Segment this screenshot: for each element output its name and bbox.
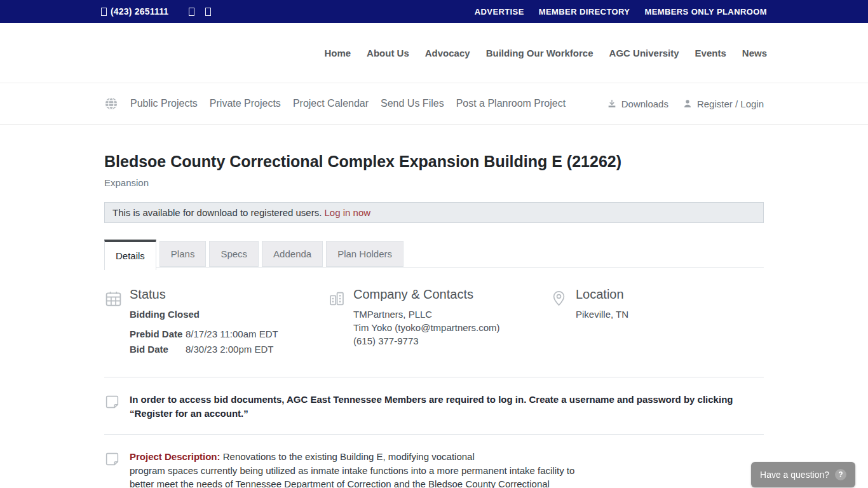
planroom-nav-post-a-planroom-project[interactable]: Post a Planroom Project — [456, 98, 566, 109]
person-icon — [682, 98, 693, 109]
map-pin-icon — [550, 288, 576, 358]
nav-events[interactable]: Events — [695, 48, 726, 58]
project-description-label: Project Description: — [130, 451, 220, 462]
project-description-row: Project Description: Renovations to the … — [104, 435, 764, 488]
nav-news[interactable]: News — [742, 48, 767, 58]
access-note-text: In order to access bid documents, AGC Ea… — [130, 393, 736, 420]
project-description-text: Project Description: Renovations to the … — [130, 450, 574, 488]
bid-date-row: Bid Date 8/30/23 2:00pm EDT — [130, 342, 278, 356]
planroom-nav-public-projects[interactable]: Public Projects — [130, 98, 198, 109]
nav-about-us[interactable]: About Us — [367, 48, 409, 58]
planroom-nav: Public Projects Private Projects Project… — [0, 83, 868, 125]
bid-date-label: Bid Date — [130, 342, 186, 356]
contact-name-email: Tim Yoko (tyoko@tmpartners.com) — [353, 321, 500, 334]
location-section: Location Pikeville, TN — [550, 288, 764, 358]
buildings-icon — [328, 288, 353, 358]
chat-widget[interactable]: Have a question? ? — [751, 462, 855, 487]
nav-building-our-workforce[interactable]: Building Our Workforce — [486, 48, 593, 58]
status-badge: Bidding Closed — [130, 308, 278, 321]
planroom-nav-private-projects[interactable]: Private Projects — [210, 98, 281, 109]
company-heading: Company & Contacts — [353, 288, 500, 301]
tab-plans[interactable]: Plans — [159, 241, 207, 267]
location-heading: Location — [576, 288, 628, 301]
tab-plan-holders[interactable]: Plan Holders — [326, 241, 403, 267]
bid-date-value: 8/30/23 2:00pm EDT — [186, 342, 273, 356]
description-line-1-text: Renovations to the existing Building E, … — [223, 451, 475, 462]
top-bar: (423) 2651111 ADVERTISE MEMBER DIRECTORY… — [0, 0, 868, 23]
downloads-label: Downloads — [621, 98, 668, 109]
calendar-icon — [104, 288, 130, 358]
phone-number-text: (423) 2651111 — [111, 6, 168, 17]
project-tabs: Details Plans Specs Addenda Plan Holders — [104, 240, 764, 268]
description-line-2: program spaces currently being utilized … — [130, 464, 574, 478]
question-mark-icon: ? — [835, 469, 846, 480]
phone-number[interactable]: (423) 2651111 — [101, 6, 168, 17]
nav-home[interactable]: Home — [324, 48, 351, 58]
tab-details[interactable]: Details — [104, 240, 156, 270]
contact-phone: (615) 377-9773 — [353, 334, 500, 348]
location-city: Pikeville, TN — [576, 308, 628, 321]
site-header: Home About Us Advocacy Building Our Work… — [0, 23, 868, 83]
chat-widget-label: Have a question? — [760, 470, 829, 480]
register-login-button[interactable]: Register / Login — [682, 98, 764, 109]
main-nav: Home About Us Advocacy Building Our Work… — [324, 48, 767, 58]
description-line-1: Project Description: Renovations to the … — [130, 450, 574, 464]
nav-agc-university[interactable]: AGC University — [609, 48, 679, 58]
status-heading: Status — [130, 288, 278, 301]
log-in-now-link[interactable]: Log in now — [325, 207, 371, 218]
tab-addenda[interactable]: Addenda — [262, 241, 323, 267]
nav-advocacy[interactable]: Advocacy — [425, 48, 470, 58]
access-note-row: In order to access bid documents, AGC Ea… — [104, 377, 764, 434]
page-title: Bledsoe County Correctional Complex Expa… — [104, 152, 764, 171]
planroom-nav-send-us-files[interactable]: Send Us Files — [381, 98, 444, 109]
download-icon — [607, 98, 617, 109]
note-icon — [104, 450, 130, 488]
company-contacts-section: Company & Contacts TMPartners, PLLC Tim … — [328, 288, 550, 358]
project-detail-page: Bledsoe County Correctional Complex Expa… — [104, 152, 764, 488]
notice-text: This is available for download to regist… — [112, 207, 322, 218]
downloads-button[interactable]: Downloads — [607, 98, 668, 109]
topbar-link-advertise[interactable]: ADVERTISE — [475, 7, 524, 17]
prebid-date-row: Prebid Date 8/17/23 11:00am EDT — [130, 327, 278, 341]
topbar-link-members-only-planroom[interactable]: MEMBERS ONLY PLANROOM — [644, 7, 767, 17]
download-notice-banner: This is available for download to regist… — [104, 202, 764, 223]
phone-icon — [101, 8, 107, 16]
company-name: TMPartners, PLLC — [353, 308, 500, 321]
status-section: Status Bidding Closed Prebid Date 8/17/2… — [104, 288, 328, 358]
description-line-3: better meet the needs of Tennessee Depar… — [130, 477, 574, 488]
globe-icon[interactable] — [104, 97, 118, 111]
twitter-icon[interactable] — [205, 8, 211, 16]
topbar-link-member-directory[interactable]: MEMBER DIRECTORY — [539, 7, 630, 17]
project-subtitle: Expansion — [104, 177, 764, 188]
register-login-label: Register / Login — [697, 98, 764, 109]
tab-specs[interactable]: Specs — [209, 241, 259, 267]
note-icon — [104, 393, 130, 420]
facebook-icon[interactable] — [189, 8, 194, 16]
prebid-date-label: Prebid Date — [130, 327, 186, 341]
planroom-nav-project-calendar[interactable]: Project Calendar — [293, 98, 369, 109]
prebid-date-value: 8/17/23 11:00am EDT — [186, 327, 278, 341]
